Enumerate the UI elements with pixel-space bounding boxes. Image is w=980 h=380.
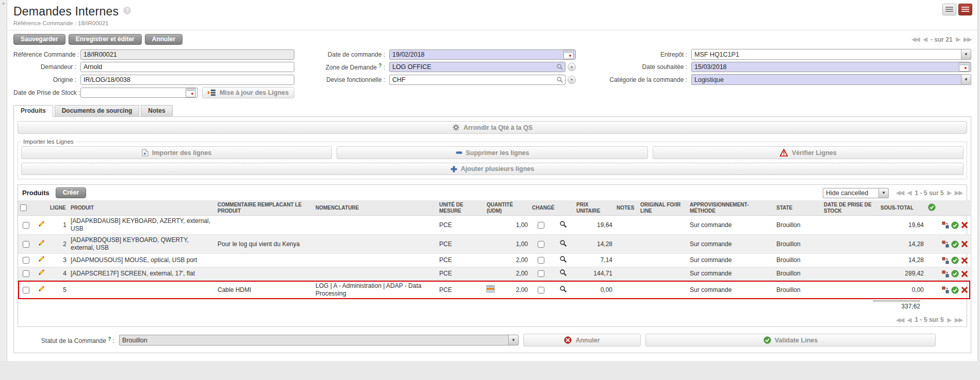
reference-field[interactable]: 18/IR00021	[80, 49, 294, 60]
delete-line-icon[interactable]	[961, 270, 968, 278]
list-view-button[interactable]	[942, 4, 956, 15]
cell-state: Brouillon	[774, 267, 822, 281]
last-page-icon[interactable]: ▶▶	[955, 189, 962, 196]
edit-icon[interactable]	[37, 269, 45, 277]
chevron-down-icon[interactable]: ▼	[961, 49, 971, 59]
first-page-icon[interactable]: ◀◀	[896, 317, 904, 323]
edit-icon[interactable]	[37, 239, 45, 247]
cell-line: 3	[48, 254, 69, 267]
split-line-icon[interactable]	[942, 221, 949, 229]
row-checkbox[interactable]	[23, 270, 29, 277]
requestor-field[interactable]: Arnold	[80, 62, 294, 72]
split-line-icon[interactable]	[942, 257, 949, 264]
next-page-icon[interactable]: ▶	[948, 317, 951, 323]
row-checkbox[interactable]	[23, 222, 29, 229]
changed-checkbox[interactable]	[538, 270, 544, 277]
add-multiple-lines-button[interactable]: Ajouter plusieurs lignes	[21, 163, 964, 175]
changed-checkbox[interactable]	[538, 222, 544, 229]
changed-checkbox[interactable]	[538, 241, 544, 248]
first-record-icon[interactable]: ◀◀	[912, 36, 920, 43]
tab-produits[interactable]: Produits	[13, 105, 53, 117]
validate-line-icon[interactable]	[951, 286, 959, 294]
delete-line-icon[interactable]	[961, 240, 968, 248]
save-button[interactable]: Sauvegarder	[13, 34, 65, 45]
chevron-down-icon[interactable]: ▼	[508, 335, 518, 345]
help-icon: ?	[108, 336, 111, 342]
search-icon[interactable]	[559, 285, 567, 293]
search-icon[interactable]	[559, 220, 567, 228]
split-line-icon[interactable]	[942, 240, 949, 248]
cancel-order-button[interactable]: Annuler	[523, 334, 641, 347]
check-lines-button[interactable]: Vérifier Lignes	[653, 146, 964, 159]
last-page-icon[interactable]: ▶▶	[955, 317, 962, 323]
sidebar-collapse-strip[interactable]: »	[0, 0, 7, 361]
chevron-down-icon[interactable]: ▼	[878, 188, 888, 198]
chevron-down-icon[interactable]: ▼	[961, 75, 971, 84]
calendar-icon[interactable]	[959, 62, 969, 72]
validate-lines-button[interactable]: Validate Lines	[645, 334, 936, 347]
cell-actions	[926, 216, 970, 235]
update-lines-button[interactable]: Mise à jour des Lignes	[202, 87, 294, 98]
validate-line-icon[interactable]	[951, 240, 959, 248]
validate-line-icon[interactable]	[951, 256, 959, 264]
origin-field[interactable]: IR/LOG/18/0038	[80, 75, 294, 85]
changed-checkbox[interactable]	[538, 257, 544, 264]
collapse-icon[interactable]: »	[2, 1, 5, 6]
edit-icon[interactable]	[37, 220, 45, 228]
save-and-edit-button[interactable]: Enregistrer et éditer	[69, 34, 142, 45]
search-icon[interactable]	[556, 76, 563, 83]
cell-method: Sur commande	[688, 267, 774, 281]
create-line-button[interactable]: Créer	[56, 187, 86, 198]
row-checkbox[interactable]	[23, 257, 29, 264]
currency-field[interactable]: CHF	[389, 75, 566, 85]
prev-record-icon[interactable]: ◀	[923, 36, 926, 43]
tab-notes[interactable]: Notes	[141, 105, 172, 117]
edit-icon[interactable]	[37, 255, 45, 263]
hide-cancelled-select[interactable]: Hide cancelled ▼	[823, 188, 889, 198]
cell-line: 5	[48, 281, 69, 300]
search-icon[interactable]	[559, 269, 567, 277]
search-icon[interactable]	[559, 239, 567, 247]
search-icon[interactable]	[559, 255, 567, 263]
row-checkbox[interactable]	[23, 287, 29, 293]
calendar-icon[interactable]	[186, 88, 196, 97]
tab-documents-de-sourcing[interactable]: Documents de sourcing	[55, 105, 140, 117]
next-page-icon[interactable]: ▶	[948, 189, 951, 196]
category-select[interactable]: Logistique ▼	[691, 74, 971, 85]
round-qty-button[interactable]: Arrondir la Qté à la QS	[18, 121, 967, 134]
delete-lines-button[interactable]: Supprimer les lignes	[337, 146, 647, 159]
status-select[interactable]: Brouillon ▼	[119, 335, 519, 346]
next-record-icon[interactable]: ▶	[956, 36, 960, 43]
row-checkbox[interactable]	[23, 241, 29, 248]
prev-page-icon[interactable]: ◀	[907, 189, 911, 196]
search-icon[interactable]	[556, 63, 563, 71]
delete-line-icon[interactable]	[961, 286, 968, 293]
products-box: Produits Créer Hide cancelled ▼ ◀◀ ◀ 1 -…	[18, 184, 967, 327]
prev-page-icon[interactable]: ◀	[907, 317, 911, 323]
delete-line-icon[interactable]	[961, 257, 968, 264]
warehouse-select[interactable]: MSF HQ1C1P1 ▼	[691, 49, 971, 60]
stock-take-date-field[interactable]	[80, 88, 198, 98]
select-all-checkbox[interactable]	[20, 204, 27, 211]
delete-line-icon[interactable]	[961, 221, 968, 229]
currency-dropdown-button[interactable]: ▼	[568, 76, 576, 84]
cell-price: 144,71	[574, 267, 614, 281]
last-record-icon[interactable]: ▶▶	[964, 36, 971, 43]
import-lines-button[interactable]: Importer des lignes	[21, 146, 332, 159]
changed-checkbox[interactable]	[538, 287, 544, 293]
cancel-button[interactable]: Annuler	[145, 34, 182, 45]
split-line-icon[interactable]	[942, 270, 949, 278]
validate-line-icon[interactable]	[951, 270, 959, 278]
split-line-icon[interactable]	[942, 286, 949, 293]
requested-date-field[interactable]: 15/03/2018	[691, 62, 971, 72]
calendar-icon[interactable]	[563, 50, 574, 59]
col-date-de-prise-de-stock: DATE DE PRISE DE STOCK	[822, 200, 878, 216]
edit-icon[interactable]	[37, 285, 45, 293]
order-date-field[interactable]: 19/02/2018	[389, 49, 576, 60]
request-zone-field[interactable]: LOG OFFICE	[389, 62, 566, 72]
form-view-button[interactable]	[958, 4, 972, 15]
first-page-icon[interactable]: ◀◀	[896, 189, 904, 196]
validate-line-icon[interactable]	[951, 221, 959, 229]
zone-dropdown-button[interactable]: ▼	[568, 63, 576, 71]
table-header-row: LIGNE PRODUIT COMMENTAIRE REMPLACANT LE …	[18, 200, 970, 216]
